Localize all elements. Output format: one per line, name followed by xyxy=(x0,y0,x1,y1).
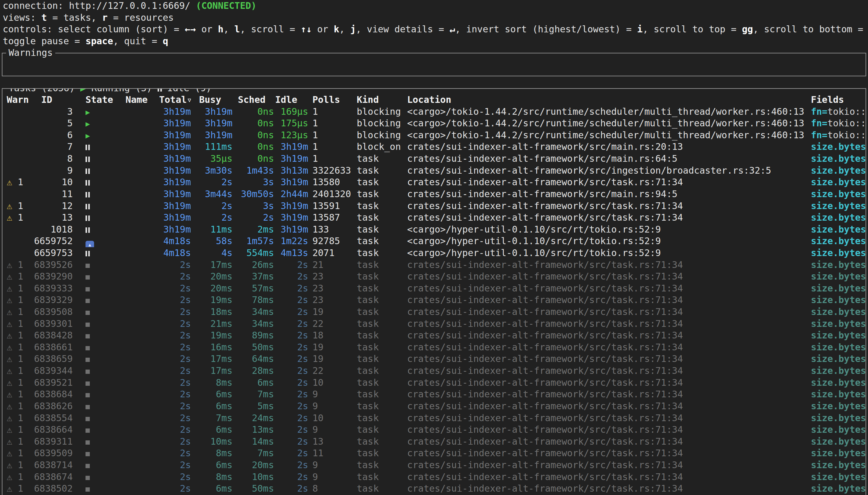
cell-polls: 9 xyxy=(310,459,354,471)
cell-name xyxy=(126,365,158,377)
cell-location: <cargo>/hyper-util-0.1.10/src/rt/tokio.r… xyxy=(405,247,809,259)
column-header-total[interactable]: Total▿ xyxy=(158,94,191,106)
column-header-warn[interactable]: Warn xyxy=(2,94,31,106)
text-segment: ←→ xyxy=(185,24,196,34)
cell-warn: ⚠ 1 xyxy=(2,318,31,330)
cell-total: 3h19m xyxy=(158,153,191,165)
cell-name xyxy=(126,412,158,424)
task-row[interactable]: 6659752▲4m18s58s1m57s1m22s92785task<carg… xyxy=(2,235,866,247)
cell-id: 6839508 xyxy=(31,306,73,318)
task-row[interactable]: ⚠ 1123h19m2s3s3h19m13591taskcrates/sui-i… xyxy=(2,200,866,212)
text-segment: space xyxy=(85,36,113,46)
column-header-fields[interactable]: Fields xyxy=(809,94,844,106)
state-idle-icon xyxy=(85,144,87,150)
cell-kind: task xyxy=(354,459,405,471)
task-row[interactable]: 93h19m3m30s1m43s3h13m3322633taskcrates/s… xyxy=(2,165,866,177)
column-header-kind[interactable]: Kind xyxy=(354,94,405,106)
cell-idle: 169µs xyxy=(274,106,310,118)
task-row[interactable]: ⚠ 168386742s8ms10ms2s9taskcrates/sui-ind… xyxy=(2,471,866,483)
cell-id: 6839344 xyxy=(31,365,73,377)
column-header-location[interactable]: Location xyxy=(405,94,809,106)
cell-kind: task xyxy=(354,306,405,318)
cell-id: 9 xyxy=(31,165,73,177)
text-segment: , view details = xyxy=(356,24,450,34)
cell-state xyxy=(73,306,126,318)
column-header-name[interactable]: Name xyxy=(126,94,158,106)
column-header-id[interactable]: ID xyxy=(31,94,73,106)
cell-sched: 0ns xyxy=(232,106,274,118)
task-row[interactable]: 66597534m18s4s554ms4m13s2071task<cargo>/… xyxy=(2,247,866,259)
task-row[interactable]: ⚠ 168386592s17ms64ms2s19taskcrates/sui-i… xyxy=(2,353,866,365)
task-row[interactable]: ⚠ 168387142s6ms20ms2s9taskcrates/sui-ind… xyxy=(2,459,866,471)
cell-sched: 89ms xyxy=(232,329,274,341)
column-header-state[interactable]: State xyxy=(73,94,126,106)
cell-location: crates/sui-indexer-alt-framework/src/tas… xyxy=(405,341,809,353)
field-name: size.bytes= xyxy=(811,460,866,470)
pause-icon xyxy=(157,88,159,91)
task-row[interactable]: ⚠ 168386642s6ms13ms2s9taskcrates/sui-ind… xyxy=(2,424,866,436)
cell-polls: 22 xyxy=(310,318,354,330)
task-row[interactable]: 6▶3h19m3h19m0ns123µs1blocking<cargo>/tok… xyxy=(2,130,866,141)
cell-name xyxy=(126,389,158,400)
task-row[interactable]: ⚠ 168393012s21ms34ms2s22taskcrates/sui-i… xyxy=(2,318,866,330)
cell-warn xyxy=(2,247,31,259)
tasks-panel: Tasks (2056) ▶ Running (3) Idle (9) Warn… xyxy=(2,88,866,495)
column-header-sched[interactable]: Sched xyxy=(232,94,274,106)
task-row[interactable]: ⚠ 168395082s18ms34ms2s19taskcrates/sui-i… xyxy=(2,306,866,318)
task-row[interactable]: ⚠ 1133h19m2s2s3h19m13587taskcrates/sui-i… xyxy=(2,212,866,224)
field-name: size.bytes= xyxy=(811,365,866,376)
state-idle-icon xyxy=(85,251,87,256)
column-header-polls[interactable]: Polls xyxy=(310,94,354,106)
task-row[interactable]: ⚠ 168384282s19ms89ms2s18taskcrates/sui-i… xyxy=(2,329,866,341)
cell-busy: 3h19m xyxy=(191,106,232,118)
task-row[interactable]: 3▶3h19m3h19m0ns169µs1blocking<cargo>/tok… xyxy=(2,106,866,118)
text-segment: j xyxy=(350,24,356,34)
task-row[interactable]: ⚠ 168386612s16ms50ms2s19taskcrates/sui-i… xyxy=(2,341,866,353)
cell-polls: 2071 xyxy=(310,247,354,259)
cell-id: 6838659 xyxy=(31,353,73,365)
cell-busy: 6ms xyxy=(191,459,232,471)
task-row[interactable]: ⚠ 168386842s6ms7ms2s9taskcrates/sui-inde… xyxy=(2,389,866,400)
cell-total: 2s xyxy=(158,271,191,283)
task-row[interactable]: ⚠ 168386262s6ms5ms2s9taskcrates/sui-inde… xyxy=(2,400,866,412)
cell-id: 5 xyxy=(31,118,73,130)
cell-id: 6839311 xyxy=(31,436,73,448)
cell-name xyxy=(126,436,158,448)
task-row[interactable]: 73h19m111ms0ns3h19m1block_oncrates/sui-i… xyxy=(2,141,866,153)
task-row[interactable]: 83h19m35µs0ns3h19m1taskcrates/sui-indexe… xyxy=(2,153,866,165)
cell-state xyxy=(73,447,126,459)
cell-id: 6838428 xyxy=(31,329,73,341)
text-segment: = resources xyxy=(107,12,174,23)
cell-idle: 3h19m xyxy=(274,176,310,188)
column-header-busy[interactable]: Busy xyxy=(191,94,232,106)
cell-fields: size.bytes= xyxy=(809,329,866,341)
cell-location: crates/sui-indexer-alt-framework/src/tas… xyxy=(405,212,809,224)
task-row[interactable]: ⚠ 168395092s8ms7ms2s11taskcrates/sui-ind… xyxy=(2,447,866,459)
task-row[interactable]: 113h19m3m44s30m50s2h44m2401320taskcrates… xyxy=(2,188,866,200)
task-row[interactable]: ⚠ 168385022s6ms50ms2s8taskcrates/sui-ind… xyxy=(2,483,866,495)
cell-sched: 10ms xyxy=(232,471,274,483)
cell-location: crates/sui-indexer-alt-framework/src/tas… xyxy=(405,389,809,400)
cell-fields: size.bytes= xyxy=(809,153,866,165)
task-row[interactable]: ⚠ 168395212s8ms6ms2s10taskcrates/sui-ind… xyxy=(2,377,866,389)
cell-name xyxy=(126,471,158,483)
task-row[interactable]: ⚠ 168393442s17ms28ms2s22taskcrates/sui-i… xyxy=(2,365,866,377)
task-row[interactable]: ⚠ 1103h19m2s3s3h19m13580taskcrates/sui-i… xyxy=(2,176,866,188)
task-row[interactable]: 10183h19m11ms2ms3h19m133task<cargo>/hype… xyxy=(2,224,866,236)
task-row[interactable]: ⚠ 168395262s17ms26ms2s21taskcrates/sui-i… xyxy=(2,259,866,271)
cell-location: crates/sui-indexer-alt-framework/src/tas… xyxy=(405,329,809,341)
task-row[interactable]: ⚠ 168393332s20ms57ms2s23taskcrates/sui-i… xyxy=(2,283,866,294)
cell-idle: 3h13m xyxy=(274,165,310,177)
task-row[interactable]: ⚠ 168393292s19ms78ms2s23taskcrates/sui-i… xyxy=(2,294,866,306)
cell-kind: task xyxy=(354,400,405,412)
cell-idle: 3h19m xyxy=(274,212,310,224)
cell-total: 3h19m xyxy=(158,212,191,224)
warning-icon: ⚠ xyxy=(7,401,12,411)
views-line: views: t = tasks, r = resources xyxy=(3,12,868,24)
task-row[interactable]: ⚠ 168393112s10ms14ms2s13taskcrates/sui-i… xyxy=(2,436,866,448)
task-row[interactable]: ⚠ 168392902s20ms37ms2s23taskcrates/sui-i… xyxy=(2,271,866,283)
column-header-idle[interactable]: Idle xyxy=(274,94,310,106)
text-segment: ↵ xyxy=(450,24,455,34)
task-row[interactable]: 5▶3h19m3h19m0ns175µs1blocking<cargo>/tok… xyxy=(2,118,866,130)
task-row[interactable]: ⚠ 168385542s7ms24ms2s10taskcrates/sui-in… xyxy=(2,412,866,424)
